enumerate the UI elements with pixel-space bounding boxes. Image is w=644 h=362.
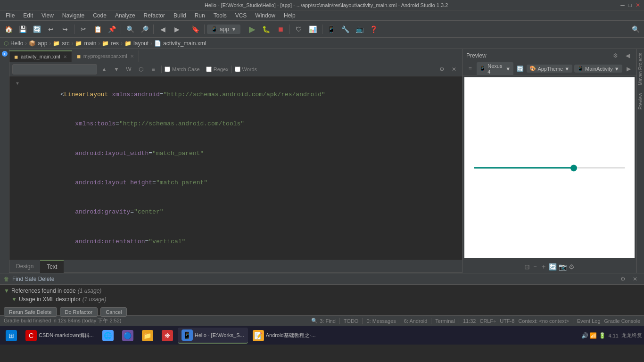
theme-selector[interactable]: 🎨 AppTheme ▼ bbox=[527, 65, 572, 73]
encoding-status[interactable]: UTF-8 bbox=[500, 318, 514, 324]
match-case-input[interactable] bbox=[165, 66, 170, 72]
search-filter-btn[interactable]: ≡ bbox=[148, 64, 158, 74]
menu-code[interactable]: Code bbox=[89, 11, 110, 20]
copy-icon[interactable]: 📋 bbox=[91, 23, 104, 36]
help-icon[interactable]: ❓ bbox=[367, 23, 380, 36]
menu-file[interactable]: File bbox=[2, 11, 18, 20]
match-case-checkbox[interactable]: Match Case bbox=[165, 66, 200, 72]
menu-refactor[interactable]: Refactor bbox=[140, 11, 169, 20]
taskbar-android-doc[interactable]: 📝 Android基础教程之-... bbox=[249, 328, 320, 344]
search-highlight-btn[interactable]: ⬡ bbox=[136, 64, 146, 74]
undo-icon[interactable]: ↩ bbox=[44, 23, 58, 36]
preview-settings-icon[interactable]: ⚙ bbox=[610, 50, 620, 61]
menu-window[interactable]: Window bbox=[251, 11, 279, 20]
profile-icon[interactable]: 📊 bbox=[306, 23, 320, 36]
search-settings-btn[interactable]: ⚙ bbox=[437, 64, 447, 74]
tab-close-1[interactable]: ✕ bbox=[63, 54, 67, 59]
menu-vcs[interactable]: VCS bbox=[231, 11, 251, 20]
zoom-fit-icon[interactable]: ⊡ bbox=[524, 263, 530, 271]
bc-layout[interactable]: 📁 layout bbox=[124, 40, 149, 47]
maximize-button[interactable]: □ bbox=[628, 2, 632, 8]
find-status[interactable]: 🔍 3: Find bbox=[311, 318, 336, 324]
messages-status[interactable]: 0: Messages bbox=[366, 318, 396, 324]
nav-fwd-icon[interactable]: ▶ bbox=[170, 23, 183, 36]
tab-text[interactable]: Text bbox=[40, 260, 64, 273]
zoom-in-icon[interactable]: ＋ bbox=[540, 263, 547, 271]
bookmark-icon[interactable]: 🔖 bbox=[189, 23, 202, 36]
search-icon[interactable]: 🔍 bbox=[124, 23, 137, 36]
cancel-button[interactable]: Cancel bbox=[100, 307, 127, 317]
avd-icon[interactable]: 📺 bbox=[353, 23, 366, 36]
preview-label[interactable]: Preview bbox=[637, 89, 644, 114]
fsd-arrow-2[interactable]: ▼ bbox=[11, 296, 17, 303]
sdk-icon[interactable]: 🔧 bbox=[339, 23, 352, 36]
do-refactor-button[interactable]: Do Refactor bbox=[60, 307, 98, 317]
bc-res[interactable]: 📁 res bbox=[102, 40, 119, 47]
taskbar-explorer[interactable]: 📁 bbox=[138, 328, 157, 344]
preview-nav-icon[interactable]: ≡ bbox=[465, 64, 475, 74]
menu-view[interactable]: View bbox=[38, 11, 58, 20]
android-status[interactable]: 6: Android bbox=[404, 318, 428, 324]
code-editor[interactable]: ▼ <LinearLayout xmlns:android="http://sc… bbox=[9, 76, 462, 260]
maven-projects-label[interactable]: Maven Projects bbox=[637, 49, 644, 89]
words-checkbox[interactable]: Words bbox=[235, 66, 257, 72]
menu-navigate[interactable]: Navigate bbox=[58, 11, 88, 20]
fsd-settings-icon[interactable]: ⚙ bbox=[618, 274, 628, 284]
nav-back-icon[interactable]: ◀ bbox=[156, 23, 169, 36]
words-input[interactable] bbox=[235, 66, 240, 72]
preview-config-icon[interactable]: ⚙ bbox=[569, 263, 575, 271]
project-indicator[interactable]: 1 bbox=[2, 51, 8, 57]
start-button[interactable]: ⊞ bbox=[2, 328, 21, 344]
minimize-button[interactable]: ─ bbox=[620, 2, 625, 8]
line-ending-status[interactable]: CRLF÷ bbox=[479, 318, 496, 324]
device-icon[interactable]: 📱 bbox=[325, 23, 338, 36]
search-input[interactable] bbox=[12, 64, 97, 74]
app-selector[interactable]: 📱 app ▼ bbox=[207, 25, 240, 34]
screenshot-icon[interactable]: 📷 bbox=[559, 263, 567, 271]
search-words-btn[interactable]: W bbox=[124, 64, 134, 74]
taskbar-browser1[interactable]: 🌐 bbox=[99, 328, 117, 344]
search-close-btn[interactable]: ✕ bbox=[449, 64, 459, 74]
bc-hello[interactable]: ⬡ Hello bbox=[4, 40, 23, 47]
search-up-btn[interactable]: ▲ bbox=[99, 64, 109, 74]
api-icon[interactable]: 🔄 bbox=[515, 64, 525, 74]
search-everywhere-icon[interactable]: 🔍 bbox=[629, 23, 642, 36]
todo-status[interactable]: TODO bbox=[344, 318, 359, 324]
taskbar-csdn[interactable]: C CSDN-markdown编辑... bbox=[22, 328, 98, 344]
debug-button[interactable]: 🐛 bbox=[260, 23, 273, 36]
fold-gutter-1[interactable]: ▼ bbox=[13, 80, 22, 88]
gradle-console-status[interactable]: Gradle Console bbox=[604, 318, 640, 324]
fsd-arrow-1[interactable]: ▼ bbox=[4, 288, 9, 294]
menu-tools[interactable]: Tools bbox=[210, 11, 231, 20]
menu-help[interactable]: Help bbox=[280, 11, 299, 20]
save-icon[interactable]: 💾 bbox=[16, 23, 29, 36]
search-down-btn[interactable]: ▼ bbox=[111, 64, 122, 74]
menu-analyze[interactable]: Analyze bbox=[111, 11, 139, 20]
zoom-reset-icon[interactable]: 🔄 bbox=[549, 263, 557, 271]
close-button[interactable]: ✕ bbox=[636, 2, 640, 8]
tab-myprogressbar[interactable]: ◼ myprogressbar.xml ✕ bbox=[72, 50, 139, 62]
taskbar-browser2[interactable]: 🔵 bbox=[118, 328, 137, 344]
sync-icon[interactable]: 🔄 bbox=[30, 23, 43, 36]
search-replace-icon[interactable]: 🔎 bbox=[138, 23, 151, 36]
rerun-safe-delete-button[interactable]: Rerun Safe Delete bbox=[4, 307, 57, 317]
stop-button[interactable]: ⏹ bbox=[274, 23, 287, 36]
tab-close-2[interactable]: ✕ bbox=[130, 54, 134, 59]
paste-icon[interactable]: 📌 bbox=[105, 23, 118, 36]
preview-more-icon[interactable]: ▶ bbox=[624, 64, 634, 74]
tab-design[interactable]: Design bbox=[9, 260, 40, 273]
bc-file[interactable]: 📄 activity_main.xml bbox=[154, 40, 206, 47]
bc-app[interactable]: 📦 app bbox=[29, 40, 47, 47]
run-button[interactable]: ▶ bbox=[246, 23, 259, 36]
tab-activity-main[interactable]: ◼ activity_main.xml ✕ bbox=[9, 50, 72, 62]
taskbar-red-app[interactable]: ❋ bbox=[158, 328, 177, 344]
menu-edit[interactable]: Edit bbox=[19, 11, 37, 20]
menu-run[interactable]: Run bbox=[191, 11, 209, 20]
menu-build[interactable]: Build bbox=[170, 11, 190, 20]
cut-icon[interactable]: ✂ bbox=[77, 23, 90, 36]
zoom-out-icon[interactable]: － bbox=[532, 263, 538, 271]
redo-icon[interactable]: ↪ bbox=[58, 23, 72, 36]
fsd-close-icon[interactable]: ✕ bbox=[630, 274, 640, 284]
taskbar-studio[interactable]: 📱 Hello - [E:\Works_S... bbox=[178, 328, 248, 344]
project-icon[interactable]: 🏠 bbox=[2, 23, 15, 36]
